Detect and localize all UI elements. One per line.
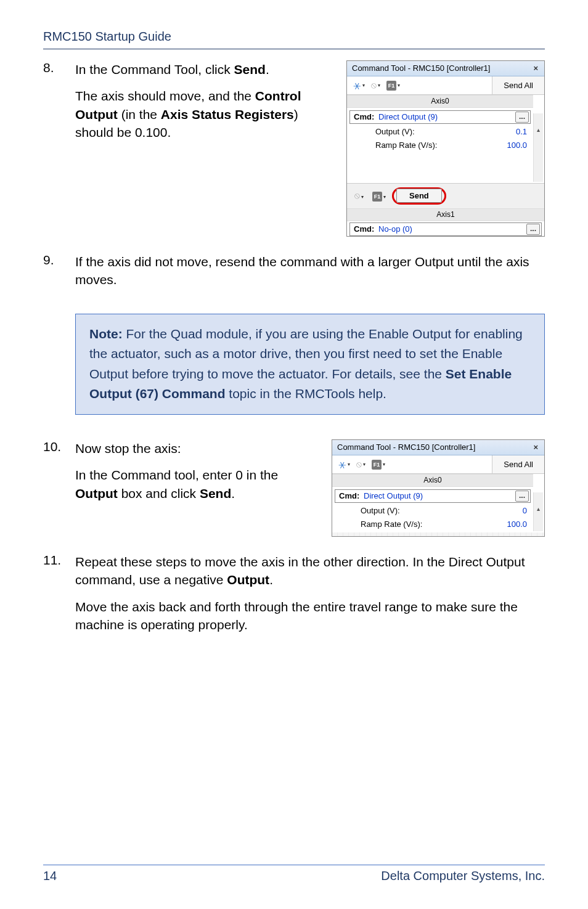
fkey-icon[interactable]: F1▾ bbox=[369, 459, 388, 471]
axis1-header: Axis1 bbox=[347, 208, 544, 221]
close-icon[interactable]: × bbox=[532, 63, 539, 74]
cmd-ellipsis-button[interactable]: ... bbox=[515, 112, 529, 123]
ramp-row: Ramp Rate (V/s): 100.0 bbox=[332, 518, 533, 531]
cmd2-name-link: No-op (0) bbox=[378, 224, 526, 235]
command-tool-panel-1: Command Tool - RMC150 [Controller1] × ⚹▾… bbox=[346, 60, 545, 237]
page-footer: 14 Delta Computer Systems, Inc. bbox=[43, 865, 545, 883]
stop-icon[interactable]: ⦸▾ bbox=[352, 189, 366, 203]
ramp-row: Ramp Rate (V/s): 100.0 bbox=[347, 139, 533, 152]
wand-icon[interactable]: ⚹▾ bbox=[351, 78, 367, 93]
ramp-value[interactable]: 100.0 bbox=[495, 519, 529, 530]
output-row: Output (V): 0 bbox=[332, 504, 533, 518]
step-10-line-2: In the Command tool, enter 0 in the Outp… bbox=[75, 466, 321, 502]
step-11-line-2: Move the axis back and forth through the… bbox=[75, 598, 545, 634]
panel-title: Command Tool - RMC150 [Controller1] bbox=[337, 442, 475, 453]
output-value[interactable]: 0 bbox=[495, 505, 529, 516]
page-number: 14 bbox=[43, 869, 57, 883]
cmd-name-link: Direct Output (9) bbox=[364, 491, 515, 502]
axis0-header: Axis0 bbox=[347, 95, 533, 108]
close-icon[interactable]: × bbox=[532, 442, 539, 453]
step-10-line-1: Now stop the axis: bbox=[75, 439, 321, 457]
step-9: 9. If the axis did not move, resend the … bbox=[43, 253, 545, 298]
cmd2-ellipsis-button[interactable]: ... bbox=[526, 224, 540, 235]
panel-toolbar: ⚹▾ ⦸▾ F1▾ Send All bbox=[347, 76, 544, 95]
send-toolbar: ⦸▾ F1▾ Send bbox=[347, 183, 544, 208]
axis0-header: Axis0 bbox=[332, 474, 533, 487]
doc-title: RMC150 Startup Guide bbox=[43, 30, 171, 43]
step-9-text: If the axis did not move, resend the com… bbox=[75, 253, 545, 289]
fkey-icon[interactable]: F1▾ bbox=[370, 189, 388, 203]
stop-icon[interactable]: ⦸▾ bbox=[369, 78, 383, 93]
cmd-row-axis1[interactable]: Cmd: No-op (0) ... bbox=[349, 222, 542, 236]
panel-toolbar: ⚹▾ ⦸▾ F1▾ Send All bbox=[332, 455, 544, 474]
panel-title-bar: Command Tool - RMC150 [Controller1] × bbox=[347, 61, 544, 76]
note-box: Note: For the Quad module, if you are us… bbox=[75, 314, 545, 415]
step-number: 10. bbox=[43, 439, 75, 537]
send-button[interactable]: Send bbox=[396, 189, 442, 203]
step-number: 11. bbox=[43, 553, 75, 643]
step-number: 8. bbox=[43, 60, 75, 237]
output-value[interactable]: 0.1 bbox=[495, 126, 529, 137]
panel-title: Command Tool - RMC150 [Controller1] bbox=[352, 63, 490, 74]
page-content: 8. In the Command Tool, click Send. The … bbox=[0, 49, 588, 642]
scrollbar[interactable]: ▴ bbox=[533, 492, 543, 531]
command-tool-panel-2: Command Tool - RMC150 [Controller1] × ⚹▾… bbox=[332, 439, 545, 537]
send-all-button[interactable]: Send All bbox=[492, 455, 544, 473]
wand-icon[interactable]: ⚹▾ bbox=[336, 457, 353, 472]
note-label: Note: bbox=[89, 327, 123, 341]
cmd-row[interactable]: Cmd: Direct Output (9) ... bbox=[349, 110, 531, 124]
cmd-row[interactable]: Cmd: Direct Output (9) ... bbox=[335, 489, 531, 503]
step-8-line-1: In the Command Tool, click Send. bbox=[75, 60, 335, 78]
stop-icon[interactable]: ⦸▾ bbox=[354, 457, 368, 472]
step-11-line-1: Repeat these steps to move the axis in t… bbox=[75, 553, 545, 589]
step-10: 10. Now stop the axis: In the Command to… bbox=[43, 439, 545, 537]
output-row: Output (V): 0.1 bbox=[347, 125, 533, 139]
step-8: 8. In the Command Tool, click Send. The … bbox=[43, 60, 545, 237]
ramp-value[interactable]: 100.0 bbox=[495, 140, 529, 151]
step-11: 11. Repeat these steps to move the axis … bbox=[43, 553, 545, 643]
scrollbar[interactable]: ▴ bbox=[533, 113, 543, 182]
page-header: RMC150 Startup Guide bbox=[43, 0, 545, 49]
step-number: 9. bbox=[43, 253, 75, 298]
cmd-name-link: Direct Output (9) bbox=[378, 112, 515, 123]
company-name: Delta Computer Systems, Inc. bbox=[381, 869, 545, 883]
send-highlight-ring: Send bbox=[392, 187, 446, 205]
panel-title-bar: Command Tool - RMC150 [Controller1] × bbox=[332, 440, 544, 455]
fkey-icon[interactable]: F1▾ bbox=[384, 79, 402, 92]
step-8-line-2: The axis should move, and the Control Ou… bbox=[75, 87, 335, 141]
send-all-button[interactable]: Send All bbox=[492, 76, 544, 94]
cmd-ellipsis-button[interactable]: ... bbox=[515, 491, 529, 502]
torn-edge bbox=[332, 532, 544, 536]
